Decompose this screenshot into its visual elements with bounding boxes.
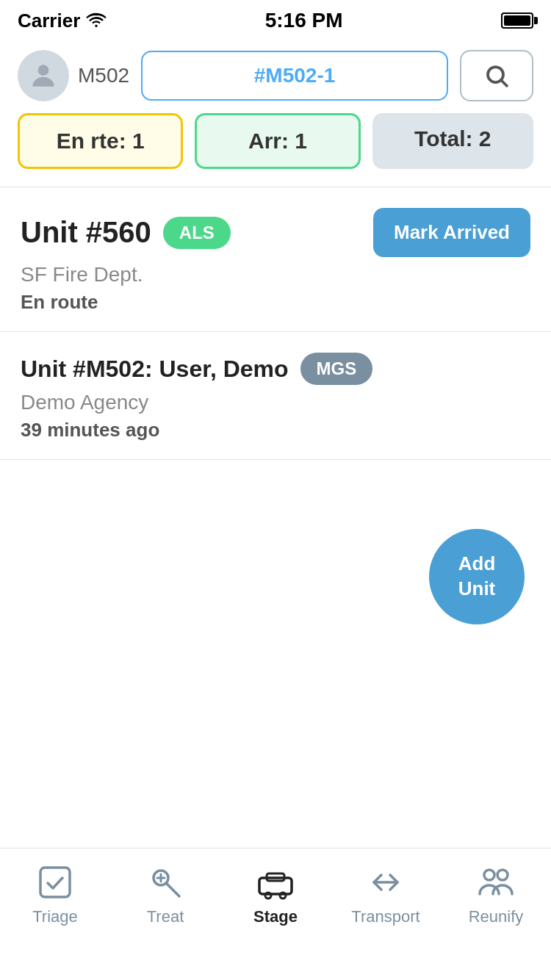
bottom-nav: Triage Treat Stage xyxy=(0,848,551,980)
battery-area xyxy=(501,12,533,29)
search-button[interactable] xyxy=(460,50,533,101)
stat-arrived[interactable]: Arr: 1 xyxy=(195,113,360,169)
svg-point-11 xyxy=(280,893,286,898)
transport-icon xyxy=(367,863,405,901)
stage-icon xyxy=(256,863,295,901)
incident-button[interactable]: #M502-1 xyxy=(141,51,448,101)
unit-1-title: Unit #560 xyxy=(21,216,151,249)
svg-point-0 xyxy=(38,65,49,76)
status-bar: Carrier 5:16 PM xyxy=(0,0,551,38)
unit-card-1-header: Unit #560 ALS Mark Arrived xyxy=(21,208,530,257)
stage-label: Stage xyxy=(253,907,298,926)
stat-enroute[interactable]: En rte: 1 xyxy=(18,113,183,169)
header-row: M502 #M502-1 xyxy=(0,38,551,113)
svg-line-5 xyxy=(166,883,179,896)
search-icon xyxy=(483,62,510,89)
triage-icon xyxy=(36,863,74,901)
svg-point-1 xyxy=(488,67,503,82)
treat-icon xyxy=(146,863,184,901)
unit-1-status: En route xyxy=(21,291,530,314)
treat-label: Treat xyxy=(147,907,184,926)
svg-point-13 xyxy=(484,870,494,880)
carrier-text: Carrier xyxy=(18,10,80,32)
add-unit-button[interactable]: Add Unit xyxy=(429,529,525,624)
reunify-label: Reunify xyxy=(469,907,524,926)
unit-2-status: 39 minutes ago xyxy=(21,419,530,442)
avatar-section: M502 xyxy=(18,50,129,101)
unit-1-agency: SF Fire Dept. xyxy=(21,263,530,287)
transport-label: Transport xyxy=(351,907,419,926)
triage-label: Triage xyxy=(32,907,78,926)
svg-point-10 xyxy=(265,893,271,898)
add-unit-line2: Unit xyxy=(458,577,496,602)
svg-rect-3 xyxy=(40,868,70,897)
stat-enroute-label: En rte: 1 xyxy=(57,129,145,153)
user-avatar-icon xyxy=(27,60,60,92)
reunify-icon xyxy=(477,863,515,901)
unit-2-badge: MGS xyxy=(300,353,373,385)
mark-arrived-button[interactable]: Mark Arrived xyxy=(373,208,530,257)
avatar xyxy=(18,50,69,101)
status-time: 5:16 PM xyxy=(265,9,343,32)
nav-item-triage[interactable]: Triage xyxy=(0,863,110,926)
unit-2-agency: Demo Agency xyxy=(21,391,530,414)
nav-item-reunify[interactable]: Reunify xyxy=(441,863,551,926)
wifi-icon xyxy=(86,10,107,32)
stat-arrived-label: Arr: 1 xyxy=(248,129,307,153)
unit-card-2-header: Unit #M502: User, Demo MGS xyxy=(21,353,530,385)
user-name-label: M502 xyxy=(78,64,129,87)
nav-item-stage[interactable]: Stage xyxy=(220,863,331,926)
stats-row: En rte: 1 Arr: 1 Total: 2 xyxy=(0,113,551,187)
svg-line-2 xyxy=(502,81,508,87)
stat-total-label: Total: 2 xyxy=(414,126,491,151)
carrier-wifi: Carrier xyxy=(18,10,107,32)
svg-point-14 xyxy=(497,870,508,880)
unit-card-1: Unit #560 ALS Mark Arrived SF Fire Dept.… xyxy=(0,187,551,331)
unit-2-title: Unit #M502: User, Demo xyxy=(21,356,289,383)
unit-card-2: Unit #M502: User, Demo MGS Demo Agency 3… xyxy=(0,332,551,459)
nav-item-transport[interactable]: Transport xyxy=(331,863,441,926)
unit-1-badge: ALS xyxy=(163,217,231,249)
battery-icon xyxy=(501,12,533,29)
nav-item-treat[interactable]: Treat xyxy=(110,863,220,926)
add-unit-line1: Add xyxy=(458,552,496,577)
content-area: Add Unit xyxy=(0,460,551,651)
stat-total[interactable]: Total: 2 xyxy=(372,113,533,169)
